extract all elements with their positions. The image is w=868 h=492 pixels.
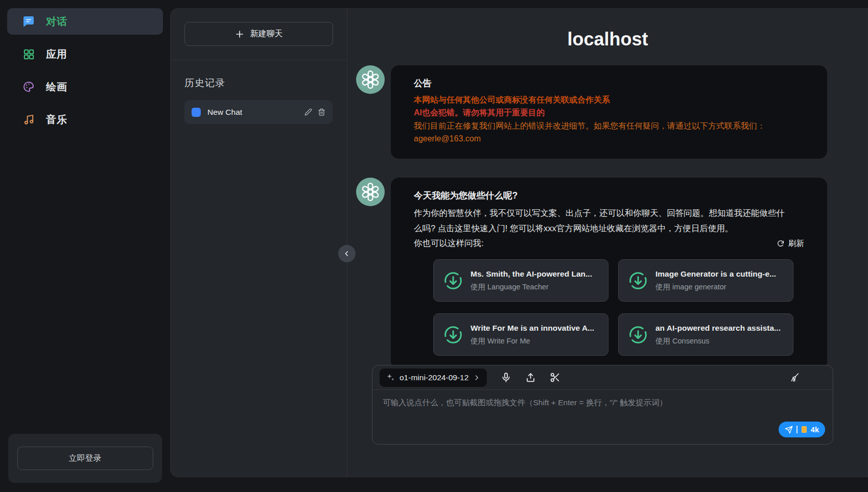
divider bbox=[170, 60, 347, 60]
message-input[interactable] bbox=[372, 390, 833, 426]
history-chat-item[interactable]: New Chat bbox=[184, 100, 333, 124]
announcement-email-link[interactable]: ageerle@163.com bbox=[414, 132, 804, 145]
refresh-button[interactable]: 刷新 bbox=[777, 238, 804, 249]
chevron-left-icon bbox=[343, 250, 351, 258]
upload-button[interactable] bbox=[525, 372, 536, 383]
suggestion-title: Write For Me is an innovative A... bbox=[471, 324, 594, 333]
chat-bubble-icon bbox=[22, 15, 35, 28]
suggestion-subtitle: 使用 image generator bbox=[655, 282, 776, 292]
new-chat-button-label: 新建聊天 bbox=[250, 29, 283, 39]
announcement-message: 公告 本网站与任何其他公司或商标没有任何关联或合作关系 AI也会犯错。请勿将其用… bbox=[356, 65, 868, 159]
coin-tokens-icon bbox=[801, 426, 807, 433]
announcement-line-2: AI也会犯错。请勿将其用于重要目的 bbox=[414, 106, 804, 119]
chat-avatar-square bbox=[192, 108, 201, 117]
login-button[interactable]: 立即登录 bbox=[17, 447, 153, 470]
scissors-icon bbox=[550, 372, 560, 383]
suggestion-card[interactable]: an AI-powered research assista... 使用 Con… bbox=[618, 313, 793, 356]
chat-item-title: New Chat bbox=[207, 108, 298, 117]
assistant-avatar bbox=[356, 65, 385, 94]
model-selector-button[interactable]: o1-mini-2024-09-12 bbox=[380, 368, 487, 387]
ask-hint: 你也可以这样问我: bbox=[414, 238, 484, 249]
composer-toolbar: o1-mini-2024-09-12 bbox=[372, 365, 833, 390]
sparkles-icon bbox=[386, 373, 395, 382]
composer: o1-mini-2024-09-12 bbox=[372, 365, 833, 445]
microphone-button[interactable] bbox=[501, 372, 511, 383]
suggestion-title: Image Generator is a cutting-e... bbox=[655, 269, 776, 279]
sidebar-item-chat[interactable]: 对话 bbox=[7, 8, 163, 35]
announcement-title: 公告 bbox=[414, 77, 804, 89]
import-circle-arrow-icon bbox=[443, 325, 463, 345]
left-sidebar: 对话 应用 绘画 音乐 立即登录 bbox=[0, 0, 170, 492]
send-button[interactable]: 4k bbox=[779, 422, 825, 437]
suggestion-card[interactable]: Image Generator is a cutting-e... 使用 ima… bbox=[618, 259, 793, 302]
token-count-badge: 4k bbox=[811, 426, 819, 434]
import-circle-arrow-icon bbox=[443, 270, 463, 291]
scissors-button[interactable] bbox=[550, 372, 560, 383]
message-list: 公告 本网站与任何其他公司或商标没有任何关联或合作关系 AI也会犯错。请勿将其用… bbox=[347, 50, 868, 388]
suggestion-card[interactable]: Ms. Smith, the AI-powered Lan... 使用 Lang… bbox=[433, 259, 608, 302]
sidebar-item-chat-label: 对话 bbox=[46, 15, 67, 29]
suggestion-subtitle: 使用 Write For Me bbox=[471, 336, 594, 346]
welcome-bubble: 今天我能为您做些什么呢? 作为你的智慧伙伴，我不仅可以写文案、出点子，还可以和你… bbox=[391, 178, 827, 370]
apps-grid-icon bbox=[22, 48, 35, 60]
sidebar-item-drawing[interactable]: 绘画 bbox=[7, 73, 163, 100]
sidebar-item-music[interactable]: 音乐 bbox=[7, 106, 163, 133]
history-panel: 新建聊天 历史记录 New Chat bbox=[170, 8, 347, 477]
collapse-sidebar-button[interactable] bbox=[338, 245, 356, 262]
edit-pencil-icon[interactable] bbox=[304, 108, 312, 116]
content-shell: 新建聊天 历史记录 New Chat localhost bbox=[170, 8, 868, 477]
history-section-title: 历史记录 bbox=[184, 77, 333, 90]
new-chat-button[interactable]: 新建聊天 bbox=[184, 22, 333, 46]
chat-panel: localhost 公告 bbox=[347, 8, 868, 477]
suggestion-grid: Ms. Smith, the AI-powered Lan... 使用 Lang… bbox=[433, 259, 804, 356]
announcement-bubble: 公告 本网站与任何其他公司或商标没有任何关联或合作关系 AI也会犯错。请勿将其用… bbox=[391, 65, 827, 159]
broom-icon bbox=[789, 372, 800, 383]
page-title: localhost bbox=[347, 29, 868, 50]
app-window: 对话 应用 绘画 音乐 立即登录 bbox=[0, 0, 868, 492]
openai-logo-icon bbox=[360, 182, 381, 202]
delete-trash-icon[interactable] bbox=[318, 108, 325, 116]
login-card: 立即登录 bbox=[8, 434, 162, 483]
welcome-body: 作为你的智慧伙伴，我不仅可以写文案、出点子，还可以和你聊天、回答问题。想知道我还… bbox=[414, 206, 787, 236]
sidebar-item-music-label: 音乐 bbox=[46, 113, 67, 127]
palette-icon bbox=[22, 81, 35, 93]
sidebar-item-apps[interactable]: 应用 bbox=[7, 41, 163, 67]
suggestion-title: an AI-powered research assista... bbox=[655, 324, 781, 333]
sidebar-item-drawing-label: 绘画 bbox=[46, 80, 67, 94]
announcement-line-1: 本网站与任何其他公司或商标没有任何关联或合作关系 bbox=[414, 93, 804, 106]
refresh-icon bbox=[777, 239, 785, 248]
welcome-title: 今天我能为您做些什么呢? bbox=[414, 189, 804, 202]
suggestion-title: Ms. Smith, the AI-powered Lan... bbox=[471, 269, 592, 279]
suggestion-card[interactable]: Write For Me is an innovative A... 使用 Wr… bbox=[433, 313, 608, 356]
model-selector-label: o1-mini-2024-09-12 bbox=[400, 373, 468, 382]
suggestion-subtitle: 使用 Consensus bbox=[655, 336, 781, 346]
sidebar-item-apps-label: 应用 bbox=[46, 47, 67, 61]
upload-icon bbox=[525, 372, 536, 383]
welcome-message: 今天我能为您做些什么呢? 作为你的智慧伙伴，我不仅可以写文案、出点子，还可以和你… bbox=[356, 178, 868, 370]
openai-logo-icon bbox=[360, 69, 381, 90]
send-plane-icon bbox=[785, 426, 793, 434]
suggestion-subtitle: 使用 Language Teacher bbox=[471, 282, 592, 292]
music-note-icon bbox=[22, 113, 35, 126]
refresh-button-label: 刷新 bbox=[788, 238, 804, 249]
import-circle-arrow-icon bbox=[628, 325, 648, 345]
assistant-avatar bbox=[356, 178, 385, 206]
plus-icon bbox=[235, 30, 244, 39]
import-circle-arrow-icon bbox=[628, 270, 648, 291]
chevron-right-icon bbox=[473, 374, 480, 381]
clear-context-broom-button[interactable] bbox=[789, 372, 800, 383]
divider bbox=[796, 426, 797, 433]
announcement-line-3: 我们目前正在修复我们网站上的错误并改进细节。如果您有任何疑问，请通过以下方式联系… bbox=[414, 119, 804, 132]
microphone-icon bbox=[501, 372, 511, 383]
